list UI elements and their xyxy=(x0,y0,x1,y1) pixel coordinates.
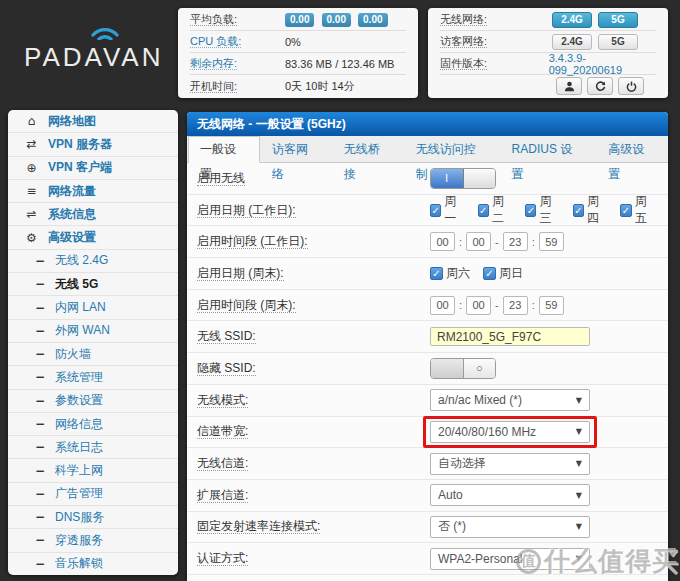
globe-icon: ⊕ xyxy=(24,161,39,175)
load-badge-5: 0.00 xyxy=(322,13,351,27)
wrench-icon: ⚙ xyxy=(24,231,39,245)
wifi-arcs-icon xyxy=(86,22,124,44)
sidebar-item-traffic[interactable]: ≡ 网络流量 xyxy=(8,179,178,202)
checkbox-check-icon: ✓ xyxy=(573,204,584,217)
tab-general-settings[interactable]: 一般设置 xyxy=(188,136,260,163)
checkbox-friday[interactable]: ✓周五 xyxy=(620,193,655,227)
power-icon xyxy=(626,81,637,92)
weekday-start-minute-input[interactable] xyxy=(466,232,491,251)
extension-channel-select[interactable]: Auto ▼ xyxy=(430,484,590,506)
checkbox-sunday[interactable]: ✓周日 xyxy=(483,265,523,282)
checkbox-tuesday[interactable]: ✓周二 xyxy=(478,193,513,227)
cpu-load-link[interactable]: CPU 负载: xyxy=(190,35,241,48)
sidebar-item-wan[interactable]: − 外网 WAN xyxy=(8,319,178,342)
sidebar-item-tunnel-service[interactable]: − 穿透服务 xyxy=(8,528,178,551)
user-button[interactable] xyxy=(556,77,582,95)
reboot-button[interactable] xyxy=(587,77,613,95)
sidebar-nav: ⌂ 网络地图 ⇄ VPN 服务器 ⊕ VPN 客户端 ≡ 网络流量 ⇌ 系统信息… xyxy=(8,110,178,575)
tab-advanced-settings[interactable]: 高级设置 xyxy=(596,136,668,163)
chevron-down-icon: ▼ xyxy=(576,522,582,531)
sidebar-item-advanced-settings[interactable]: ⚙ 高级设置 xyxy=(8,225,178,248)
weekend-start-minute-input[interactable] xyxy=(466,296,491,315)
sidebar-item-parameters[interactable]: − 参数设置 xyxy=(8,389,178,412)
brand-logo: PADAVAN xyxy=(24,42,163,73)
guest-2g4-button[interactable]: 2.4G xyxy=(552,34,592,50)
wireless-2g4-button[interactable]: 2.4G xyxy=(552,12,592,28)
weekday-end-minute-input[interactable] xyxy=(539,232,564,251)
wireless-mode-select[interactable]: a/n/ac Mixed (*) ▼ xyxy=(430,389,590,411)
tab-radius-settings[interactable]: RADIUS 设置 xyxy=(500,136,597,163)
guest-network-label: 访客网络: xyxy=(440,35,487,48)
enable-wireless-toggle[interactable]: I xyxy=(430,168,496,189)
fixed-rate-select[interactable]: 否 (*) ▼ xyxy=(430,516,590,538)
power-button[interactable] xyxy=(618,77,644,95)
uptime-label: 开机时间: xyxy=(190,80,237,93)
ssid-input[interactable] xyxy=(430,327,590,346)
chevron-down-icon: ▼ xyxy=(576,459,582,468)
sidebar-item-vpn-client[interactable]: ⊕ VPN 客户端 xyxy=(8,156,178,179)
wireless-5g-button[interactable]: 5G xyxy=(598,12,638,28)
tab-guest-network[interactable]: 访客网络 xyxy=(260,136,332,163)
chevron-down-icon: ▼ xyxy=(576,427,582,436)
checkbox-thursday[interactable]: ✓周四 xyxy=(573,193,608,227)
dash-icon: − xyxy=(35,254,47,268)
sidebar-item-network-info[interactable]: − 网络信息 xyxy=(8,412,178,435)
radio-status-panel: 无线网络: 2.4G 5G 访客网络: 2.4G 5G 固件版本: 3.4.3.… xyxy=(428,8,668,98)
dash-icon: − xyxy=(35,394,47,408)
sidebar-item-wireless-5g[interactable]: − 无线 5G xyxy=(8,272,178,295)
sidebar-item-system-log[interactable]: − 系统日志 xyxy=(8,435,178,458)
channel-bandwidth-select[interactable]: 20/40/80/160 MHz ▼ xyxy=(430,421,590,443)
weekend-start-hour-input[interactable] xyxy=(430,296,455,315)
wireless-channel-select[interactable]: 自动选择 ▼ xyxy=(430,453,590,475)
weekend-end-hour-input[interactable] xyxy=(503,296,528,315)
sidebar-item-wireless-2g4[interactable]: − 无线 2.4G xyxy=(8,249,178,272)
free-memory-link[interactable]: 剩余内存: xyxy=(190,57,237,70)
hidden-ssid-toggle[interactable]: ○ xyxy=(430,358,496,379)
firmware-version-link[interactable]: 3.4.3.9-099_20200619 xyxy=(549,52,656,76)
chevron-down-icon: ▼ xyxy=(576,491,582,500)
checkbox-saturday[interactable]: ✓周六 xyxy=(430,265,470,282)
row-wireless-channel: 无线信道: 自动选择 ▼ xyxy=(187,448,668,480)
tab-wireless-access-control[interactable]: 无线访问控制 xyxy=(404,136,500,163)
tab-wireless-bridge[interactable]: 无线桥接 xyxy=(332,136,404,163)
checkbox-check-icon: ✓ xyxy=(525,204,536,217)
sidebar-item-lan[interactable]: − 内网 LAN xyxy=(8,295,178,318)
sidebar-item-dns-service[interactable]: − DNS服务 xyxy=(8,505,178,528)
brand-name: PADAVAN xyxy=(24,42,163,72)
sidebar-item-system-info[interactable]: ⇌ 系统信息 xyxy=(8,202,178,225)
sidebar-item-ad-block[interactable]: − 广告管理 xyxy=(8,482,178,505)
free-memory-value: 83.36 MB / 123.46 MB xyxy=(285,58,394,70)
sidebar-item-vpn-server[interactable]: ⇄ VPN 服务器 xyxy=(8,132,178,155)
weekday-start-hour-input[interactable] xyxy=(430,232,455,251)
weekday-end-hour-input[interactable] xyxy=(503,232,528,251)
checkbox-check-icon: ✓ xyxy=(478,204,489,217)
user-icon xyxy=(564,81,575,92)
weekend-label: 启用日期 (周末): xyxy=(197,266,284,281)
sidebar-item-system-admin[interactable]: − 系统管理 xyxy=(8,365,178,388)
settings-form: 启用无线 I 启用日期 (工作日): ✓周一 ✓周二 ✓周三 ✓周四 ✓周五 启… xyxy=(187,163,668,581)
row-weekday-time: 启用时间段 (工作日): : - : xyxy=(187,226,668,258)
main-panel: 无线网络 - 一般设置 (5GHz) 一般设置 访客网络 无线桥接 无线访问控制… xyxy=(187,112,668,581)
sidebar-item-music-unlock[interactable]: − 音乐解锁 xyxy=(8,552,178,575)
dash-icon: − xyxy=(35,464,47,478)
weekend-end-minute-input[interactable] xyxy=(539,296,564,315)
weekday-label: 启用日期 (工作日): xyxy=(197,203,296,218)
row-weekend-time: 启用时间段 (周末): : - : xyxy=(187,290,668,322)
ssid-label: 无线 SSID: xyxy=(197,329,256,344)
sync-icon: ⇄ xyxy=(24,137,39,151)
load-badge-15: 0.00 xyxy=(358,13,387,27)
checkbox-monday[interactable]: ✓周一 xyxy=(430,193,465,227)
guest-5g-button[interactable]: 5G xyxy=(598,34,638,50)
checkbox-wednesday[interactable]: ✓周三 xyxy=(525,193,560,227)
dash-icon: − xyxy=(35,370,47,384)
dash-icon: − xyxy=(35,347,47,361)
dash-icon: − xyxy=(35,487,47,501)
sidebar-item-firewall[interactable]: − 防火墙 xyxy=(8,342,178,365)
row-extension-channel: 扩展信道: Auto ▼ xyxy=(187,480,668,512)
sidebar-item-network-map[interactable]: ⌂ 网络地图 xyxy=(8,110,178,132)
row-fixed-rate-mode: 固定发射速率连接模式: 否 (*) ▼ xyxy=(187,512,668,544)
chevron-down-icon: ▼ xyxy=(576,396,582,405)
auth-method-select[interactable]: WPA2-Personal ▼ xyxy=(430,548,590,570)
sidebar-item-proxy[interactable]: − 科学上网 xyxy=(8,458,178,481)
fixed-rate-label: 固定发射速率连接模式: xyxy=(197,519,320,534)
